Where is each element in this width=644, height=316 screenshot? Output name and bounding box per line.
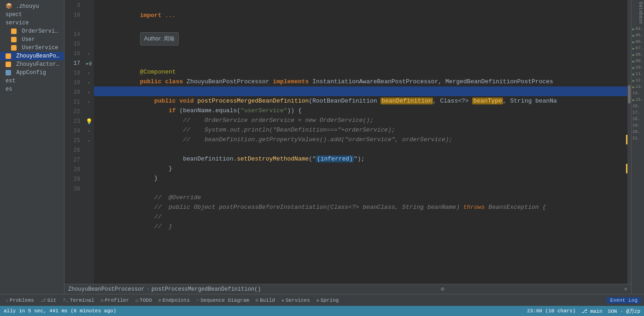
- main-area: 📦 .zhouyu spect service OrderService Use…: [0, 0, 644, 294]
- code-line-19: // OrderService orderService = new Order…: [94, 106, 627, 115]
- toolbar-profiler[interactable]: ◎ Profiler: [98, 297, 132, 304]
- rp-17[interactable]: 17.: [632, 109, 644, 116]
- ln-25: 25: [64, 136, 80, 146]
- package-icon: 📦: [6, 3, 16, 10]
- sidebar-item-orderservice[interactable]: OrderService: [0, 27, 64, 35]
- fold-icon-18[interactable]: ▾: [88, 71, 90, 76]
- sidebar-item-zhouyubeanpostproce[interactable]: ZhouyuBeanPostProce: [0, 52, 64, 60]
- code-lines[interactable]: import ... Author: 周瑜 @Component public …: [94, 0, 627, 284]
- settings-icon[interactable]: ⚙: [441, 286, 444, 293]
- rp-05[interactable]: ▶ 05.: [632, 32, 644, 39]
- gc-20: ▾: [84, 88, 94, 98]
- ln-14: 14: [64, 30, 80, 40]
- rp-15[interactable]: ▶ 15.: [632, 97, 644, 103]
- sidebar-item-userservice[interactable]: UserService: [0, 44, 64, 52]
- git-branch-icon: ⎇: [581, 309, 591, 314]
- rp-07[interactable]: ▶ 07.: [632, 45, 644, 52]
- code-line-24: }: [94, 154, 627, 164]
- breadcrumb-method[interactable]: postProcessMergedBeanDefinition(): [152, 286, 261, 293]
- toolbar-todo[interactable]: ☑ TODO: [133, 297, 154, 304]
- play-icon-13: ▶: [632, 85, 635, 89]
- toolbar-problems[interactable]: ⚠ Problems: [3, 297, 37, 304]
- ln-20: 20: [64, 88, 80, 98]
- fold-icon-19[interactable]: ▾: [88, 80, 90, 86]
- services-icon: ◈: [281, 298, 284, 303]
- rp-18[interactable]: 18.: [632, 116, 644, 122]
- class-icon-orange: [11, 29, 17, 34]
- toolbar-spring[interactable]: ❀ Spring: [314, 297, 342, 304]
- rp-08[interactable]: ▶ 08.: [632, 52, 644, 58]
- sidebar-item-user[interactable]: User: [0, 35, 64, 44]
- gc-23: 💡: [84, 117, 94, 126]
- rp-06[interactable]: ▶ 06.: [632, 39, 644, 45]
- at-icon-17: @: [89, 62, 92, 66]
- fold-icon-25[interactable]: ▾: [88, 138, 90, 144]
- code-line-29: //: [94, 202, 627, 212]
- ln-24: 24: [64, 126, 80, 136]
- rp-20[interactable]: 20.: [632, 129, 644, 135]
- run-icon-17[interactable]: ▶: [86, 61, 88, 66]
- fold-icon-20[interactable]: ▾: [88, 90, 90, 95]
- warn-icon-23[interactable]: 💡: [86, 118, 93, 125]
- sidebar-item-appconfig[interactable]: AppConfig: [0, 69, 64, 77]
- sequence-icon: ↔: [196, 298, 199, 303]
- play-icon-07: ▶: [632, 46, 635, 51]
- ln-28: 28: [64, 165, 80, 175]
- sidebar-item-est[interactable]: est: [0, 77, 64, 85]
- scroll-thumb[interactable]: [628, 85, 631, 103]
- ln-27: 27: [64, 155, 80, 165]
- rp-12[interactable]: ▶ 12.: [632, 77, 644, 84]
- fold-icon-24[interactable]: ▾: [88, 129, 90, 134]
- gc-16: ▾: [84, 49, 94, 59]
- gc-18: ▾: [84, 69, 94, 78]
- toolbar-build[interactable]: ⚙ Build: [253, 297, 278, 304]
- status-position[interactable]: 23:60 (10 chars): [527, 308, 576, 314]
- breadcrumb-class[interactable]: ZhouyuBeanPostProcessor: [68, 286, 145, 293]
- database-label[interactable]: Database: [632, 0, 644, 26]
- gc-26: [84, 146, 94, 155]
- sidebar-item-service[interactable]: service: [0, 19, 64, 27]
- toolbar-git[interactable]: ⎇ Git: [38, 297, 59, 304]
- code-line-10: [94, 11, 627, 20]
- build-icon: ⚙: [256, 298, 258, 303]
- close-icon[interactable]: ✕: [624, 286, 627, 293]
- rp-04[interactable]: ▶ 04.: [632, 26, 644, 32]
- fold-icon-21[interactable]: ▾: [88, 100, 90, 105]
- rp-21[interactable]: 21.: [632, 135, 644, 142]
- gc-27: [84, 155, 94, 165]
- right-panel: Database ▶ 04. ▶ 05. ▶ 06. ▶ 07. ▶ 08. ▶…: [631, 0, 644, 294]
- code-line-23: beanDefinition.setDestroyMethodName("(in…: [94, 144, 627, 154]
- toolbar-endpoints[interactable]: ⊕ Endpoints: [156, 297, 193, 304]
- status-branch[interactable]: ⎇ main: [581, 308, 603, 314]
- rp-14[interactable]: 14.: [632, 90, 644, 97]
- play-icon-04: ▶: [632, 27, 635, 31]
- sidebar-item-es[interactable]: es: [0, 85, 64, 93]
- rp-13[interactable]: ▶ 13.: [632, 84, 644, 90]
- toolbar-sequence[interactable]: ↔ Sequence Diagram: [193, 297, 252, 304]
- code-line-15: public class ZhouyuBeanPostProcessor imp…: [94, 67, 627, 77]
- scroll-indicator[interactable]: [627, 0, 631, 284]
- toolbar-services[interactable]: ◈ Services: [279, 297, 313, 304]
- editor-content: 3 10 _ 14 15 16 17 18 19 20 21 22 23 24 …: [64, 0, 631, 284]
- class-icon-orange: [6, 62, 11, 67]
- code-line-27: // @Override: [94, 183, 627, 193]
- event-log-badge[interactable]: Event Log: [607, 297, 641, 304]
- toolbar-terminal[interactable]: >_ Terminal: [60, 297, 97, 304]
- rp-19[interactable]: 19.: [632, 122, 644, 129]
- fold-icon-16[interactable]: ▾: [88, 52, 90, 57]
- ln-22: 22: [64, 107, 80, 117]
- sidebar-item-zhouyufactorybean[interactable]: ZhouyuFactoryBean: [0, 60, 64, 69]
- play-icon-10: ▶: [632, 66, 635, 70]
- rp-16[interactable]: 16.: [632, 103, 644, 109]
- class-icon-orange: [11, 45, 17, 51]
- problems-icon: ⚠: [6, 298, 8, 303]
- gc-15: [84, 40, 94, 49]
- rp-09[interactable]: ▶ 09.: [632, 58, 644, 64]
- rp-11[interactable]: ▶ 11.: [632, 71, 644, 77]
- sidebar-item-zhouyu[interactable]: 📦 .zhouyu: [0, 2, 64, 11]
- rp-10[interactable]: ▶ 10.: [632, 64, 644, 71]
- line-numbers: 3 10 _ 14 15 16 17 18 19 20 21 22 23 24 …: [64, 0, 84, 284]
- code-line-20: // System.out.println("BeanDefinition===…: [94, 115, 627, 125]
- sidebar-item-spect[interactable]: spect: [0, 11, 64, 19]
- status-encoding[interactable]: SON · @万zp: [608, 308, 640, 315]
